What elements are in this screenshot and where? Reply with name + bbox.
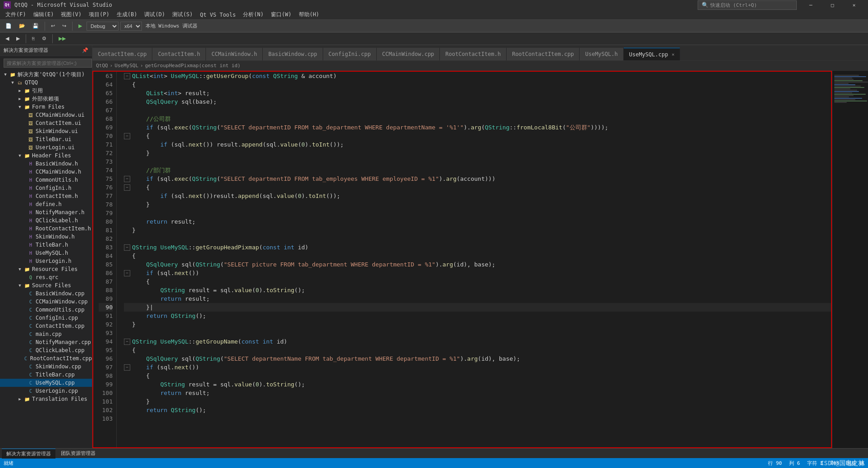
start-button[interactable]: ▶ bbox=[76, 22, 85, 30]
tab-rootcontact-cpp[interactable]: RootContactItem.cpp bbox=[507, 48, 580, 60]
tab-close-icon[interactable]: ✕ bbox=[672, 52, 674, 57]
breadcrumb-function[interactable]: getGroupHeadPixmap(const int id) bbox=[145, 63, 241, 69]
fold-btn[interactable]: − bbox=[124, 364, 130, 371]
sidebar-item-form-files[interactable]: ▼ 📁 Form Files bbox=[0, 103, 92, 111]
sidebar-item-userlogin-h[interactable]: HUserLogin.h bbox=[0, 257, 92, 265]
save-button[interactable]: 💾 bbox=[30, 22, 41, 30]
sidebar-item-qcl-cpp[interactable]: CQClickLabel.cpp bbox=[0, 346, 92, 354]
tab-ccmain-h[interactable]: CCMainWindow.h bbox=[206, 48, 263, 60]
sidebar-item-configini-cpp[interactable]: CConfigIni.cpp bbox=[0, 314, 92, 322]
run-debug-button[interactable]: ▶▶ bbox=[56, 35, 69, 42]
sidebar-item-source-files[interactable]: ▼ 📁 Source Files bbox=[0, 281, 92, 289]
solution-explorer-button[interactable]: ⎘ bbox=[29, 35, 37, 42]
menu-analyze[interactable]: 分析(N) bbox=[239, 10, 267, 20]
new-button[interactable]: 📄 bbox=[3, 22, 14, 30]
sidebar-item-notifymgr-h[interactable]: HNotifyManager.h bbox=[0, 208, 92, 216]
maximize-button[interactable]: □ bbox=[822, 0, 843, 10]
minimap[interactable] bbox=[832, 71, 868, 448]
menu-file[interactable]: 文件(F) bbox=[2, 10, 30, 20]
fold-btn[interactable]: − bbox=[124, 339, 130, 345]
sidebar-item-userlogin-cpp[interactable]: CUserLogin.cpp bbox=[0, 387, 92, 395]
sidebar-item-configini-h[interactable]: HConfigIni.h bbox=[0, 184, 92, 192]
sidebar-item-root-cpp[interactable]: CRootContactItem.cpp bbox=[0, 354, 92, 362]
search-input[interactable] bbox=[4, 59, 92, 68]
sidebar-item-titlebar-h[interactable]: HTitleBar.h bbox=[0, 241, 92, 249]
tab-basic-cpp[interactable]: BasicWindow.cpp bbox=[263, 48, 323, 60]
tab-usemysql-cpp[interactable]: UseMySQL.cpp ✕ bbox=[624, 48, 681, 60]
sidebar-item-userlogin-ui[interactable]: 🖼 UserLogin.ui bbox=[0, 143, 92, 151]
sidebar-item-ccmain-cpp[interactable]: CCCMainWindow.cpp bbox=[0, 298, 92, 306]
sidebar-item-externals[interactable]: ▶ 📁 外部依赖项 bbox=[0, 95, 92, 103]
menu-debug[interactable]: 调试(D) bbox=[141, 10, 169, 20]
sidebar-item-commonutils-h[interactable]: HCommonUtils.h bbox=[0, 176, 92, 184]
sidebar-item-skin-h[interactable]: HSkinWindow.h bbox=[0, 233, 92, 241]
bottom-tab-team[interactable]: 团队资源管理器 bbox=[56, 449, 100, 459]
menu-qt[interactable]: Qt VS Tools bbox=[196, 10, 239, 20]
properties-button[interactable]: ⚙ bbox=[39, 35, 49, 42]
sidebar-item-main-cpp[interactable]: Cmain.cpp bbox=[0, 330, 92, 338]
bottom-tab-solution[interactable]: 解决方案资源管理器 bbox=[2, 449, 55, 459]
open-button[interactable]: 📂 bbox=[16, 22, 28, 30]
sidebar-item-rootcontact-h[interactable]: HRootContactItem.h bbox=[0, 225, 92, 233]
sidebar-item-contactitem-ui[interactable]: 🖼 ContactItem.ui bbox=[0, 119, 92, 127]
tab-contactitem-h[interactable]: ContactItem.h bbox=[152, 48, 206, 60]
menu-view[interactable]: 视图(V) bbox=[57, 10, 85, 20]
platform-select[interactable]: x64 x86 bbox=[120, 22, 142, 31]
code-content[interactable]: − QList<int> UseMySQL::getUserGroup(cons… bbox=[117, 72, 831, 447]
redo-button[interactable]: ↪ bbox=[59, 22, 69, 30]
sidebar-pin-icon[interactable]: 📌 bbox=[82, 47, 88, 53]
quick-launch[interactable]: 🔍 快速启动 (Ctrl+Q) bbox=[698, 0, 797, 10]
sidebar-item-skinwindow-ui[interactable]: 🖼 SkinWindow.ui bbox=[0, 127, 92, 135]
breadcrumb-file[interactable]: UseMySQL bbox=[114, 63, 138, 69]
forward-button[interactable]: ▶ bbox=[14, 35, 23, 42]
tab-ccmain-cpp[interactable]: CCMainWindow.cpp bbox=[377, 48, 440, 60]
code-line-79 bbox=[124, 209, 831, 217]
tab-configini-cpp[interactable]: ConfigIni.cpp bbox=[323, 48, 377, 60]
fold-btn[interactable]: − bbox=[124, 184, 130, 191]
tree-project[interactable]: ▼ 🗂 QTQQ bbox=[0, 78, 92, 87]
sidebar-item-res-qrc[interactable]: Qres.qrc bbox=[0, 273, 92, 281]
sidebar-item-notify-cpp[interactable]: CNotifyManager.cpp bbox=[0, 338, 92, 346]
fold-btn[interactable]: − bbox=[124, 73, 130, 79]
sidebar-item-refs[interactable]: ▶ 📁 引用 bbox=[0, 87, 92, 95]
undo-button[interactable]: ↩ bbox=[48, 22, 58, 30]
breadcrumb-project[interactable]: QtQQ bbox=[96, 63, 108, 69]
tree-container[interactable]: ▼ 📁 解决方案'QtQQ'(1个项目) ▼ 🗂 QTQQ ▶ 📁 引用 bbox=[0, 70, 92, 448]
sidebar-item-contactitem-h[interactable]: HContactItem.h bbox=[0, 192, 92, 200]
menu-window[interactable]: 窗口(W) bbox=[267, 10, 295, 20]
sidebar-item-common-cpp[interactable]: CCommonUtils.cpp bbox=[0, 306, 92, 314]
sidebar-item-qcl-h[interactable]: HQClickLabel.h bbox=[0, 216, 92, 225]
sidebar-item-basicwindow-h[interactable]: HBasicWindow.h bbox=[0, 160, 92, 168]
sidebar-item-skin-cpp[interactable]: CSkinWindow.cpp bbox=[0, 362, 92, 371]
fold-btn[interactable]: − bbox=[124, 176, 130, 182]
sidebar-item-translation-files[interactable]: ▶ 📁 Translation Files bbox=[0, 395, 92, 403]
sidebar-item-contactitem-cpp[interactable]: CContactItem.cpp bbox=[0, 322, 92, 330]
sidebar-item-titlebar-cpp[interactable]: CTitleBar.cpp bbox=[0, 371, 92, 379]
sidebar-item-define-h[interactable]: Hdefine.h bbox=[0, 200, 92, 208]
code-container[interactable]: 6364656667 6869707172 7374757677 7879808… bbox=[92, 71, 832, 448]
minimize-button[interactable]: ─ bbox=[800, 0, 821, 10]
tab-contactitem-cpp[interactable]: ContactItem.cpp bbox=[92, 48, 152, 60]
tab-rootcontact-h[interactable]: RootContactItem.h bbox=[440, 48, 507, 60]
sidebar-item-resource-files[interactable]: ▼ 📁 Resource Files bbox=[0, 265, 92, 273]
back-button[interactable]: ◀ bbox=[3, 35, 12, 42]
fold-btn[interactable]: − bbox=[124, 244, 130, 251]
menu-build[interactable]: 生成(B) bbox=[113, 10, 141, 20]
sidebar-item-usemysql-cpp[interactable]: CUseMySQL.cpp bbox=[0, 379, 92, 387]
tree-solution[interactable]: ▼ 📁 解决方案'QtQQ'(1个项目) bbox=[0, 70, 92, 78]
sidebar-item-header-files[interactable]: ▼ 📁 Header Files bbox=[0, 151, 92, 160]
menu-test[interactable]: 测试(S) bbox=[169, 10, 196, 20]
sidebar-item-basicwindow-cpp[interactable]: CBasicWindow.cpp bbox=[0, 289, 92, 298]
sidebar-item-ccmainwindow-h[interactable]: HCCMainWindow.h bbox=[0, 168, 92, 176]
menu-help[interactable]: 帮助(H) bbox=[295, 10, 323, 20]
close-button[interactable]: ✕ bbox=[844, 0, 864, 10]
sidebar-item-titlebar-ui[interactable]: 🖼 TitleBar.ui bbox=[0, 135, 92, 143]
sidebar-item-usemysql-h[interactable]: HUseMySQL.h bbox=[0, 249, 92, 257]
menu-edit[interactable]: 编辑(E) bbox=[30, 10, 58, 20]
sidebar-item-ccmainwindow-ui[interactable]: 🖼 CCMainWindow.ui bbox=[0, 111, 92, 119]
fold-btn[interactable]: − bbox=[124, 270, 130, 276]
debug-mode-select[interactable]: Debug Release bbox=[87, 22, 119, 31]
fold-btn[interactable]: − bbox=[124, 133, 130, 139]
tab-usemysql-h[interactable]: UseMySQL.h bbox=[580, 48, 623, 60]
menu-project[interactable]: 项目(P) bbox=[85, 10, 113, 20]
